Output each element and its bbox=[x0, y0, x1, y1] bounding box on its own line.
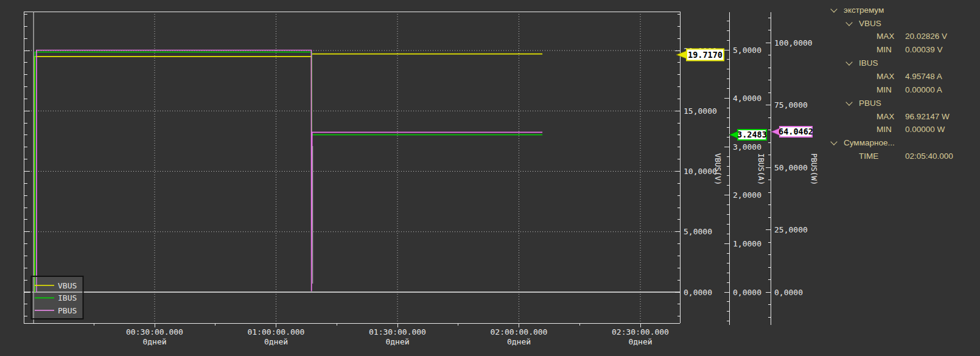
ibus-tick-label: 2,0000 bbox=[733, 190, 761, 200]
vbus-tick-label: 5,0000 bbox=[684, 227, 712, 236]
pbus-tick-label: 0,0000 bbox=[774, 288, 803, 297]
pbus-tick-label: 100,0000 bbox=[774, 38, 813, 47]
ibus-tick-label: 5,0000 bbox=[733, 46, 761, 55]
tree-label: IBUS bbox=[859, 58, 878, 68]
tree-value: 0.00000 W bbox=[905, 125, 945, 134]
tree-label: MIN bbox=[877, 45, 892, 54]
tree-label: TIME bbox=[859, 152, 878, 161]
pbus-axis-title: PBUS(W) bbox=[810, 153, 819, 186]
tree-row: MAX20.02826 V bbox=[825, 31, 980, 43]
ibus-tick-label: 3,0000 bbox=[733, 142, 761, 152]
tree-label: экстремум bbox=[844, 5, 884, 15]
vbus-tick-label: 10,0000 bbox=[684, 167, 717, 176]
x-tick-sublabel: 0дней bbox=[264, 337, 288, 346]
x-tick-label: 01:30:00.000 bbox=[369, 327, 426, 337]
marker-ibus-value: 3.2483 bbox=[737, 130, 767, 139]
x-tick-sublabel: 0дней bbox=[507, 337, 531, 346]
tree-label: MAX bbox=[877, 72, 894, 81]
tree-value: 4.95748 A bbox=[905, 72, 942, 81]
tree-label: MIN bbox=[877, 125, 892, 134]
tree-row: MAX96.92147 W bbox=[825, 111, 980, 124]
tree-row: MIN0.00000 A bbox=[825, 85, 980, 97]
chevron-down-icon[interactable] bbox=[845, 19, 852, 26]
ibus-tick-label: 4,0000 bbox=[733, 94, 761, 103]
pbus-tick-label: 25,0000 bbox=[774, 225, 808, 234]
tree-value: 0.00000 A bbox=[905, 85, 942, 94]
x-tick-sublabel: 0дней bbox=[142, 337, 166, 346]
stats-panel: экстремумVBUSMAX20.02826 VMIN0.00039 VIB… bbox=[825, 0, 980, 356]
tree-label: Суммарное... bbox=[844, 138, 895, 147]
ibus-axis-title: IBUS(A) bbox=[757, 153, 766, 186]
x-tick-label: 02:30:00.000 bbox=[612, 327, 669, 337]
tree-row[interactable]: IBUS bbox=[825, 58, 980, 70]
legend-label-pbus[interactable]: PBUS bbox=[58, 306, 77, 315]
x-tick-sublabel: 0дней bbox=[628, 337, 652, 346]
chevron-down-icon[interactable] bbox=[830, 5, 837, 12]
tree-value: 02:05:40.000 bbox=[905, 152, 953, 161]
marker-pbus[interactable]: 64.0462 bbox=[771, 127, 813, 137]
tree-row: MAX4.95748 A bbox=[825, 71, 980, 83]
x-tick-label: 02:00:00.000 bbox=[491, 327, 548, 337]
chevron-down-icon[interactable] bbox=[845, 58, 852, 65]
tree-row[interactable]: PBUS bbox=[825, 98, 980, 110]
tree-value: 20.02826 V bbox=[905, 32, 947, 41]
chart-canvas: 0,00005,000010,000015,000020,00000,00001… bbox=[0, 0, 825, 356]
ibus-tick-label: 1,0000 bbox=[733, 239, 761, 248]
tree-label: MAX bbox=[877, 32, 894, 41]
pbus-tick-label: 75,0000 bbox=[774, 100, 808, 110]
trace-vbus bbox=[35, 54, 542, 292]
marker-pbus-value: 64.0462 bbox=[779, 127, 813, 136]
legend[interactable]: VBUS IBUS PBUS bbox=[32, 276, 83, 319]
tree-row: MIN0.00000 W bbox=[825, 124, 980, 136]
ibus-tick-label: 0,0000 bbox=[733, 288, 761, 297]
x-tick-label: 00:30:00.000 bbox=[126, 327, 183, 337]
marker-vbus-arrow-icon bbox=[676, 51, 687, 59]
x-tick-label: 01:00:00.000 bbox=[248, 327, 305, 337]
marker-ibus-arrow-icon bbox=[729, 131, 738, 139]
tree-label: PBUS bbox=[859, 99, 881, 108]
app-window: 0,00005,000010,000015,000020,00000,00001… bbox=[0, 0, 980, 356]
x-tick-sublabel: 0дней bbox=[385, 337, 409, 346]
legend-label-vbus[interactable]: VBUS bbox=[58, 281, 77, 290]
signal-traces bbox=[35, 51, 542, 293]
chevron-down-icon[interactable] bbox=[830, 139, 837, 145]
grid-lines bbox=[24, 12, 680, 323]
tree-label: VBUS bbox=[859, 19, 881, 28]
trace-ibus bbox=[35, 52, 543, 293]
vbus-tick-label: 15,0000 bbox=[684, 106, 717, 116]
vbus-tick-label: 0,0000 bbox=[684, 288, 712, 297]
axis-tick-labels: 0,00005,000010,000015,000020,00000,00001… bbox=[126, 38, 813, 347]
tree-value: 96.92147 W bbox=[905, 112, 950, 121]
chevron-down-icon[interactable] bbox=[845, 99, 852, 105]
tree-row: TIME02:05:40.000 bbox=[825, 151, 980, 163]
tree-row[interactable]: VBUS bbox=[825, 18, 980, 30]
axis-ticks bbox=[24, 14, 771, 327]
tree-row[interactable]: экстремум bbox=[825, 5, 980, 17]
legend-label-ibus[interactable]: IBUS bbox=[58, 293, 77, 302]
tree-value: 0.00039 V bbox=[905, 45, 943, 54]
vbus-axis-title: VBUS(V) bbox=[713, 153, 723, 186]
plot-frame bbox=[24, 12, 771, 325]
tree-row[interactable]: Суммарное... bbox=[825, 138, 980, 150]
tree-label: MAX bbox=[877, 112, 894, 121]
pbus-tick-label: 50,0000 bbox=[774, 163, 808, 172]
tree-label: MIN bbox=[877, 85, 892, 94]
tree-row: MIN0.00039 V bbox=[825, 44, 980, 57]
marker-ibus[interactable]: 3.2483 bbox=[729, 130, 767, 140]
marker-vbus-value: 19.7170 bbox=[688, 50, 723, 60]
